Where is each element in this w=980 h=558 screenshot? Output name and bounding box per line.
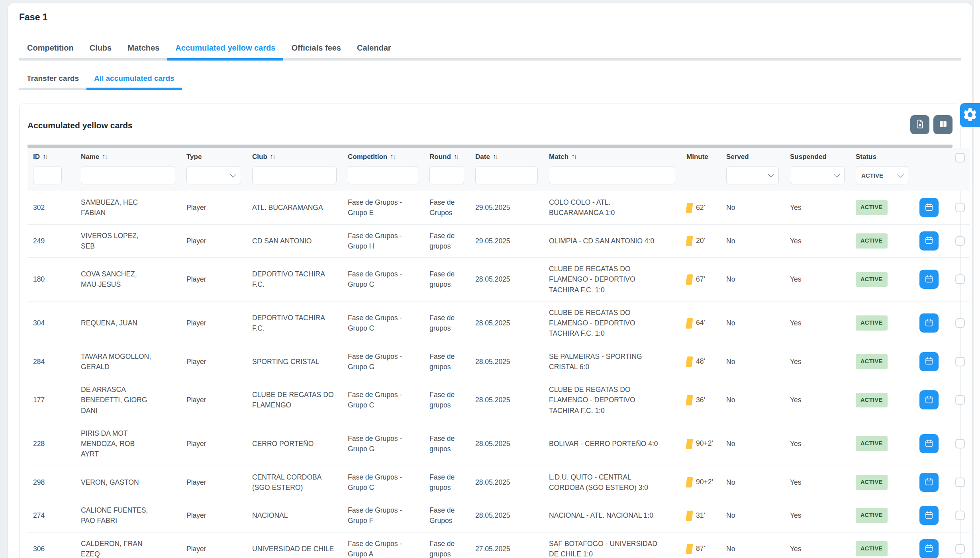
row-calendar-button[interactable] <box>919 270 939 289</box>
cell-match: CLUBE DE REGATAS DO FLAMENGO - DEPORTIVO… <box>543 378 681 422</box>
cell-served: No <box>721 378 784 422</box>
cell-status: ACTIVE <box>850 191 914 225</box>
horizontal-scrollbar[interactable] <box>27 145 953 148</box>
cell-round: Fase de Grupos <box>424 191 470 225</box>
round-value: Fase de grupos <box>429 270 455 288</box>
served-value: No <box>726 275 735 283</box>
select-all-checkbox[interactable] <box>955 153 965 163</box>
served-filter-select[interactable] <box>726 166 779 184</box>
row-calendar-button[interactable] <box>919 198 939 217</box>
filter-round <box>424 163 470 191</box>
row-calendar-button[interactable] <box>919 539 939 558</box>
sort-icon[interactable]: ↑↓ <box>571 153 576 160</box>
row-calendar-button[interactable] <box>919 506 939 525</box>
sort-icon[interactable]: ↑↓ <box>43 153 47 160</box>
vertical-scrollbar[interactable] <box>974 0 980 558</box>
column-header-date[interactable]: Date↑↓ <box>470 148 543 163</box>
cell-select <box>950 466 970 499</box>
status-filter-select[interactable]: ACTIVE <box>856 166 908 184</box>
tab-transfer-cards[interactable]: Transfer cards <box>19 70 86 90</box>
round-value: Fase de grupos <box>429 352 455 371</box>
competition-value: Fase de Grupos - Grupo G <box>348 435 402 453</box>
row-checkbox[interactable] <box>955 439 965 448</box>
served-value: No <box>726 237 735 245</box>
column-header-club[interactable]: Club↑↓ <box>247 148 342 163</box>
type-value: Player <box>186 478 206 486</box>
sort-icon[interactable]: ↑↓ <box>270 153 275 160</box>
tab-calendar[interactable]: Calendar <box>349 39 399 61</box>
column-header-id[interactable]: ID↑↓ <box>27 148 75 163</box>
tab-label: All accumulated cards <box>94 74 174 82</box>
row-checkbox[interactable] <box>955 511 965 520</box>
row-calendar-button[interactable] <box>919 231 939 251</box>
sort-icon[interactable]: ↑↓ <box>454 153 459 160</box>
served-value: No <box>726 396 735 404</box>
club-value: CENTRAL CORDOBA (SGO ESTERO) <box>252 473 321 491</box>
filter-name <box>75 163 181 191</box>
cell-date: 29.05.2025 <box>470 224 543 258</box>
row-calendar-button[interactable] <box>919 434 939 453</box>
column-header-name[interactable]: Name↑↓ <box>75 148 181 163</box>
export-excel-button[interactable] <box>910 115 929 134</box>
cell-round: Fase de grupos <box>424 532 470 558</box>
cell-id: 177 <box>27 378 75 422</box>
row-checkbox[interactable] <box>955 478 965 487</box>
status-badge: ACTIVE <box>856 393 888 408</box>
filter-select <box>950 163 970 191</box>
cell-competition: Fase de Grupos - Grupo H <box>342 224 424 258</box>
row-checkbox[interactable] <box>955 544 965 554</box>
id-filter-input[interactable] <box>33 166 62 184</box>
cell-club: CENTRAL CORDOBA (SGO ESTERO) <box>247 466 342 499</box>
competition-value: Fase de Grupos - Grupo C <box>348 270 402 288</box>
type-value: Player <box>186 396 206 404</box>
round-filter-input[interactable] <box>429 166 464 184</box>
name-filter-input[interactable] <box>81 166 175 184</box>
columns-button[interactable] <box>933 115 953 134</box>
row-calendar-button[interactable] <box>919 313 939 333</box>
row-calendar-button[interactable] <box>919 473 939 492</box>
sort-icon[interactable]: ↑↓ <box>102 153 107 160</box>
competition-value: Fase de Grupos - Grupo C <box>348 391 402 409</box>
tab-accumulated-yellow-cards[interactable]: Accumulated yellow cards <box>167 39 283 61</box>
type-filter-select[interactable] <box>186 166 241 184</box>
row-checkbox[interactable] <box>955 318 965 328</box>
column-header-round[interactable]: Round↑↓ <box>424 148 470 163</box>
row-checkbox[interactable] <box>955 274 965 284</box>
club-filter-input[interactable] <box>252 166 337 184</box>
row-checkbox[interactable] <box>955 203 965 212</box>
suspended-filter-select[interactable] <box>790 166 845 184</box>
tab-officials-fees[interactable]: Officials fees <box>283 39 349 61</box>
row-checkbox[interactable] <box>955 236 965 246</box>
tab-clubs[interactable]: Clubs <box>82 39 120 61</box>
column-header-match[interactable]: Match↑↓ <box>543 148 681 163</box>
type-value: Player <box>186 204 206 211</box>
tab-all-accumulated-cards[interactable]: All accumulated cards <box>86 70 182 90</box>
cell-status: ACTIVE <box>850 301 914 345</box>
date-filter-input[interactable] <box>475 166 538 184</box>
cell-type: Player <box>181 345 247 378</box>
tab-matches[interactable]: Matches <box>120 39 167 61</box>
row-calendar-button[interactable] <box>919 352 939 371</box>
cell-select <box>950 224 970 258</box>
id-value: 298 <box>33 478 45 486</box>
match-filter-input[interactable] <box>549 166 675 184</box>
cell-club: CERRO PORTEÑO <box>247 422 342 466</box>
yellow-card-icon <box>686 274 693 285</box>
sort-icon[interactable]: ↑↓ <box>390 153 395 160</box>
sort-icon[interactable]: ↑↓ <box>493 153 498 160</box>
cell-match: CLUBE DE REGATAS DO FLAMENGO - DEPORTIVO… <box>543 301 681 345</box>
suspended-value: Yes <box>790 204 802 211</box>
served-value: No <box>726 545 735 553</box>
id-value: 180 <box>33 275 45 283</box>
tab-competition[interactable]: Competition <box>19 39 82 61</box>
column-header-competition[interactable]: Competition↑↓ <box>342 148 424 163</box>
tab-label: Calendar <box>357 43 391 52</box>
row-checkbox[interactable] <box>955 357 965 366</box>
row-calendar-button[interactable] <box>919 390 939 409</box>
id-value: 284 <box>33 358 45 366</box>
row-checkbox[interactable] <box>955 395 965 405</box>
id-value: 228 <box>33 440 45 448</box>
settings-button[interactable] <box>960 103 980 127</box>
competition-filter-input[interactable] <box>348 166 418 184</box>
served-value: No <box>726 478 735 486</box>
